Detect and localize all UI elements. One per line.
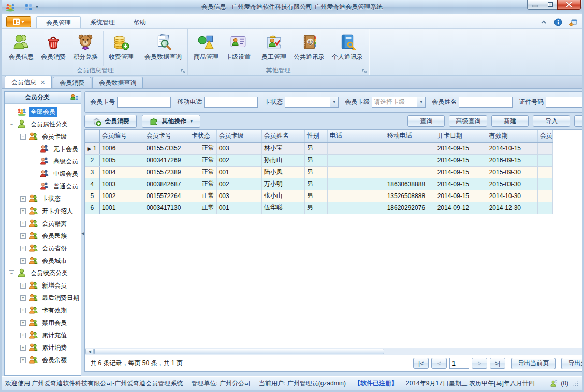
column-header-5[interactable]: 性别 (304, 130, 327, 142)
software-registered-link[interactable]: 【软件已注册】 (354, 379, 398, 388)
member-category-settings-icon[interactable] (70, 93, 79, 102)
tree-item-6[interactable]: 普通会员 (5, 180, 81, 192)
tree-expander-plus-icon[interactable]: + (20, 357, 26, 363)
new-button[interactable]: 新建 (491, 115, 529, 127)
tree-item-13[interactable]: −会员状态分类 (5, 267, 81, 279)
collapse-ribbon-icon[interactable] (539, 18, 548, 26)
tree-expander-plus-icon[interactable]: + (20, 246, 26, 251)
tab-close-icon[interactable]: ✕ (40, 79, 45, 86)
last-page-button[interactable]: >| (490, 358, 505, 369)
column-header-2[interactable]: 卡状态 (189, 130, 216, 142)
tree-item-1[interactable]: −会员属性分类 (5, 118, 81, 130)
table-row[interactable]: ▶ 110060015573352正常003林小宝男2014-09-152014… (85, 142, 552, 154)
advanced-query-button[interactable]: 高级查询 (449, 115, 487, 127)
tree-item-12[interactable]: +会员城市 (5, 254, 81, 267)
maximize-button[interactable] (543, 0, 557, 10)
page-number-input[interactable] (449, 358, 469, 369)
doc-tab-member-data-query[interactable]: 会员数据查询 (92, 77, 143, 88)
import-button[interactable]: 导入 (533, 115, 570, 127)
search-input-id-number[interactable] (546, 97, 584, 108)
previous-page-button[interactable]: < (431, 358, 447, 369)
tree-item-3[interactable]: 无卡会员 (5, 143, 81, 155)
column-header-9[interactable]: 有效期 (487, 130, 537, 142)
tree-item-7[interactable]: +卡状态 (5, 192, 81, 205)
tree-item-9[interactable]: +会员籍贯 (5, 217, 81, 230)
chevron-down-icon[interactable]: ▼ (417, 97, 425, 107)
tree-item-17[interactable]: +禁用会员 (5, 316, 81, 329)
next-page-button[interactable]: > (472, 358, 487, 369)
horizontal-scroll-thumb[interactable] (94, 349, 384, 354)
tree-expander-plus-icon[interactable]: + (20, 308, 26, 313)
tree-item-19[interactable]: +累计消费 (5, 341, 81, 354)
ribbon-item-member-data-query[interactable]: 会员数据查询 (141, 31, 185, 66)
tree-item-14[interactable]: +新增会员 (5, 279, 81, 292)
search-input-member-card-no[interactable] (117, 97, 171, 108)
search-input-mobile-phone[interactable] (204, 97, 258, 108)
tree-expander-minus-icon[interactable]: − (9, 270, 14, 276)
search-select-member-card-level[interactable]: 请选择卡级▼ (372, 97, 426, 108)
export-button[interactable]: 导出 (574, 115, 584, 127)
column-header-10[interactable]: 会员 (537, 130, 552, 142)
tree-item-4[interactable]: 高级会员 (5, 155, 81, 168)
column-header-4[interactable]: 会员姓名 (261, 130, 304, 142)
horizontal-scrollbar[interactable]: ◀ ▶ (85, 348, 584, 355)
column-header-8[interactable]: 开卡日期 (435, 130, 487, 142)
other-operations-button[interactable]: 其他操作▼ (142, 115, 200, 128)
ribbon-item-fee-management[interactable]: 收费管理 (105, 31, 139, 66)
tree-item-20[interactable]: +会员余额 (5, 354, 81, 366)
table-row[interactable]: 310040015572389正常001陆小凤男2014-09-152015-0… (85, 166, 552, 178)
tree-item-10[interactable]: +会员民族 (5, 230, 81, 242)
table-row[interactable]: 510020015572264正常003张小山男135265088882014-… (85, 190, 552, 202)
column-header-3[interactable]: 会员卡级 (216, 130, 261, 142)
tree-expander-minus-icon[interactable]: − (20, 134, 26, 140)
ribbon-item-member-info[interactable]: 会员信息 (5, 31, 37, 66)
dialog-launcher-icon[interactable] (361, 68, 367, 74)
doc-tab-member-info[interactable]: 会员信息✕ (5, 76, 52, 88)
tree-item-0[interactable]: 全部会员 (5, 105, 81, 118)
close-button[interactable] (557, 0, 581, 10)
export-current-page-button[interactable]: 导出当前页 (511, 358, 556, 369)
dialog-launcher-icon[interactable] (180, 68, 186, 74)
chevron-down-icon[interactable]: ▼ (330, 97, 338, 107)
application-menu-button[interactable] (6, 16, 31, 27)
tree-expander-plus-icon[interactable]: + (20, 233, 26, 239)
tree-expander-plus-icon[interactable]: + (20, 208, 26, 214)
tree-expander-plus-icon[interactable]: + (20, 345, 26, 351)
switch-window-icon[interactable] (568, 18, 578, 26)
tree-expander-plus-icon[interactable]: + (20, 333, 26, 338)
query-button[interactable]: 查询 (407, 115, 445, 127)
tree-item-8[interactable]: +开卡介绍人 (5, 205, 81, 217)
table-row[interactable]: 410030003842687正常002万小明男186306388882014-… (85, 178, 552, 190)
export-all-pages-button[interactable]: 导出全部页 (561, 358, 584, 369)
tree-expander-plus-icon[interactable]: + (20, 320, 26, 326)
tree-expander-plus-icon[interactable]: + (20, 258, 26, 264)
minimize-button[interactable] (527, 0, 543, 10)
tree-expander-plus-icon[interactable]: + (20, 196, 26, 202)
tree-expander-minus-icon[interactable]: − (9, 122, 14, 127)
column-header-1[interactable]: 会员卡号 (144, 130, 189, 142)
menu-tab-member-management[interactable]: 会员管理 (36, 16, 81, 28)
column-header-7[interactable]: 移动电话 (385, 130, 435, 142)
ribbon-item-public-contacts[interactable]: @公共通讯录 (290, 31, 328, 66)
ribbon-item-personal-contacts[interactable]: 个人通讯录 (328, 31, 367, 66)
member-consume-button[interactable]: 会员消费 (84, 115, 137, 128)
table-row[interactable]: 210050003417269正常002孙南山男2014-09-152016-0… (85, 154, 552, 166)
column-header-0[interactable]: 会员编号 (99, 130, 144, 142)
tree-item-18[interactable]: +累计充值 (5, 329, 81, 341)
tree-item-16[interactable]: +卡有效期 (5, 304, 81, 316)
doc-tab-member-consume[interactable]: 会员消费 (53, 77, 91, 88)
ribbon-item-product-management[interactable]: 商品管理 (190, 31, 222, 66)
column-header-6[interactable]: 电话 (327, 130, 385, 142)
tree-expander-plus-icon[interactable]: + (20, 283, 26, 289)
table-row[interactable]: 610010003417130正常001伍华聪男186202920762014-… (85, 202, 552, 214)
ribbon-item-card-level-settings[interactable]: 卡级设置 (222, 31, 256, 66)
search-input-member-name[interactable] (459, 97, 513, 108)
tree-item-5[interactable]: 中级会员 (5, 168, 81, 180)
first-page-button[interactable]: |< (413, 358, 429, 369)
ribbon-item-member-consume[interactable]: 会员消费 (37, 31, 69, 66)
tree-item-11[interactable]: +会员省份 (5, 242, 81, 254)
resize-grip-icon[interactable] (572, 380, 579, 387)
tree-expander-plus-icon[interactable]: + (20, 221, 26, 227)
tree-item-2[interactable]: −会员卡级 (5, 130, 81, 143)
ribbon-item-points-exchange[interactable]: 积分兑换 (69, 31, 104, 66)
